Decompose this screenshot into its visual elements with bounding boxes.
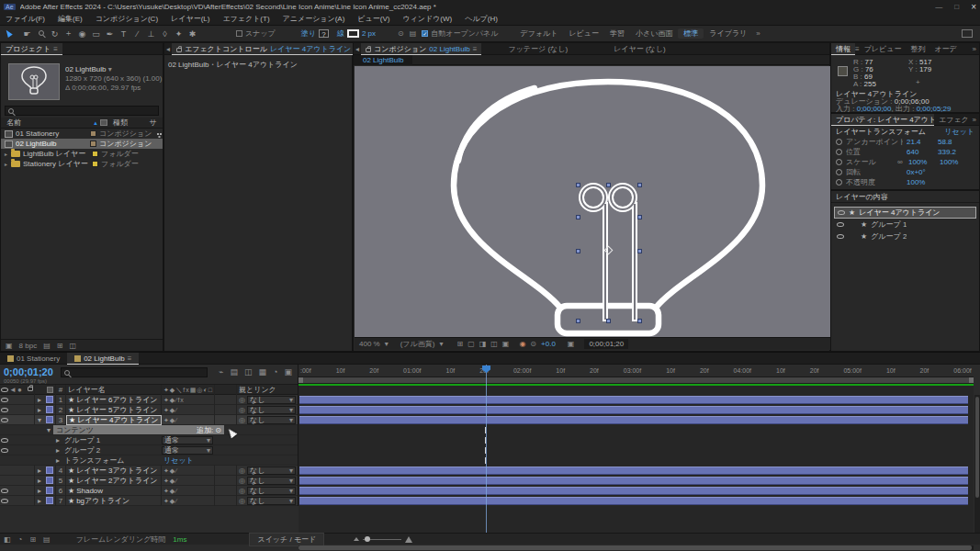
eye-icon[interactable] — [1, 438, 8, 443]
layer-switches[interactable]: ✦◆∕ — [162, 476, 215, 486]
contents-row[interactable]: ★ グループ 2 — [831, 231, 979, 242]
column-size[interactable]: サ — [150, 118, 157, 128]
resolution-dropdown-icon[interactable]: ▾ — [439, 340, 443, 348]
layer-name[interactable]: レイヤー 5アウトライン — [76, 405, 157, 415]
panel-back-icon[interactable]: ◂ — [164, 45, 172, 53]
expander-icon[interactable]: ▾ — [35, 416, 44, 424]
workspace-standard[interactable]: 標準 — [678, 28, 704, 39]
selection-tool[interactable] — [6, 29, 20, 39]
stroke-width[interactable]: 2 px — [362, 29, 376, 38]
label-color-chip[interactable] — [46, 467, 53, 474]
graph-editor-icon[interactable]: ▣ — [284, 367, 292, 377]
label-color-chip[interactable] — [92, 151, 98, 157]
playhead-line[interactable] — [486, 365, 487, 545]
label-color-chip[interactable] — [46, 416, 53, 423]
parent-dropdown[interactable]: なし▾ — [247, 477, 296, 485]
layer-name[interactable]: レイヤー 6アウトライン — [76, 395, 157, 405]
panel-overflow-icon[interactable]: » — [973, 45, 979, 53]
transform-reset-button[interactable]: リセット — [944, 127, 974, 137]
vertex-handle[interactable] — [606, 183, 611, 187]
solo-column-icon[interactable]: ● — [17, 386, 26, 394]
layer-row-selected[interactable]: ▾ 3 ★レイヤー 4アウトライン ✦◆∕ ◎なし▾ — [0, 415, 298, 425]
panel-menu-icon[interactable]: ≡ — [53, 45, 58, 53]
label-color-chip[interactable] — [90, 141, 96, 147]
new-comp-icon[interactable]: ⊞ — [57, 342, 63, 350]
panel-menu-icon[interactable]: ≡ — [128, 354, 132, 363]
stopwatch-icon[interactable] — [836, 139, 842, 145]
comment-icon[interactable]: ⊞ — [29, 535, 36, 544]
puppet-pin-tool[interactable]: ✱ — [186, 29, 199, 39]
parent-dropdown[interactable]: なし▾ — [247, 467, 296, 475]
menu-animation[interactable]: アニメーション(A) — [283, 14, 345, 24]
layer-duration-bar[interactable] — [299, 396, 968, 404]
workspace-small-screen[interactable]: 小さい画面 — [630, 28, 678, 39]
property-label[interactable]: 不透明度 — [846, 177, 903, 187]
layer-row[interactable]: ▸ 1 ★レイヤー 6アウトライン ✦◆∕fx ◎なし▾ — [0, 395, 298, 405]
layer-row[interactable]: ▸ 2 ★レイヤー 5アウトライン ✦◆∕ ◎なし▾ — [0, 405, 298, 415]
layer-name-column[interactable]: レイヤー名 — [66, 385, 162, 395]
property-value[interactable]: 0x+0° — [907, 168, 926, 176]
stopwatch-icon[interactable] — [836, 169, 842, 175]
viewer-subtab[interactable]: 02 LightBulb — [354, 55, 412, 65]
vertex-handle[interactable] — [637, 249, 642, 253]
vertex-handle[interactable] — [637, 183, 642, 187]
vertex-handle[interactable] — [637, 319, 642, 323]
new-folder-icon[interactable]: ▤ — [43, 342, 51, 350]
transform-property-row[interactable]: ▸ トランスフォーム リセット — [0, 455, 298, 466]
label-color-chip[interactable] — [90, 130, 96, 137]
layer-duration-bar[interactable] — [299, 497, 968, 505]
pickwhip-icon[interactable]: ◎ — [239, 416, 245, 424]
tab-info[interactable]: 情報 — [831, 43, 855, 55]
eye-icon[interactable] — [1, 408, 8, 412]
expander-icon[interactable]: ▸ — [35, 467, 44, 475]
eye-icon[interactable] — [1, 398, 8, 402]
tab-effects[interactable]: エフェクト& — [934, 114, 971, 126]
zoom-level[interactable]: 400 % — [359, 340, 380, 348]
layer-switches[interactable]: ✦◆∕ — [162, 496, 215, 506]
tab-effect-controls[interactable]: エフェクトコントロール レイヤー 4アウトライン ≡ — [172, 43, 363, 55]
vertex-handle[interactable] — [576, 215, 580, 219]
switch-mode-button[interactable]: スイッチ / モード — [249, 533, 324, 546]
type-tool[interactable]: T — [117, 29, 130, 39]
layer-duration-bar[interactable] — [299, 477, 968, 485]
tab-layer[interactable]: レイヤー (なし) — [609, 43, 670, 55]
snap-toggle[interactable]: スナップ — [236, 28, 276, 39]
transform-section-label[interactable]: レイヤートランスフォーム — [836, 127, 944, 137]
grid-guides-icon[interactable]: ⊞ — [456, 340, 463, 348]
video-column-icon[interactable] — [1, 388, 8, 392]
pickwhip-icon[interactable]: ◎ — [239, 406, 245, 414]
blend-mode-dropdown[interactable]: 通常▾ — [162, 436, 213, 444]
eye-icon[interactable] — [1, 448, 8, 453]
eye-icon[interactable] — [838, 210, 845, 215]
layer-duration-bar[interactable] — [299, 416, 968, 424]
menu-edit[interactable]: 編集(E) — [58, 14, 83, 24]
group-property-row[interactable]: ▸ グループ 2 通常▾ — [0, 445, 298, 455]
workspace-learn[interactable]: 学習 — [604, 28, 630, 39]
property-value[interactable]: 58.8 — [938, 138, 952, 146]
lock-icon[interactable] — [366, 48, 371, 52]
clone-stamp-tool[interactable]: ⊥ — [144, 29, 158, 39]
tab-project[interactable]: プロジェクト ≡ — [1, 43, 62, 55]
pickwhip-icon[interactable]: ◎ — [239, 497, 245, 505]
panel-overflow-icon[interactable]: » — [973, 116, 979, 124]
timeline-navigator-track[interactable] — [299, 545, 974, 550]
property-value[interactable]: 21.4 — [907, 138, 934, 146]
rotate-tool[interactable]: ↻ — [48, 29, 62, 39]
tab-properties[interactable]: プロパティ: レイヤー 4アウトライン ≡ — [831, 114, 934, 126]
title-safe-icon[interactable]: ▢ — [467, 340, 475, 348]
pickwhip-icon[interactable]: ◎ — [239, 467, 245, 475]
maximize-button[interactable]: □ — [954, 3, 959, 11]
layer-row[interactable]: ▸ 4 ★レイヤー 3アウトライン ✦◆∕ ◎なし▾ — [0, 466, 298, 476]
snap-checkbox[interactable] — [236, 30, 242, 37]
layer-name[interactable]: レイヤー 3アウトライン — [76, 466, 157, 476]
eye-icon[interactable] — [1, 489, 8, 493]
composition-canvas[interactable] — [355, 66, 830, 338]
stroke-swatch[interactable] — [347, 29, 359, 38]
expander-icon[interactable]: ▸ — [5, 151, 8, 157]
camera-tool[interactable]: ◉ — [75, 29, 89, 39]
mask-rect-tool[interactable]: ▭ — [89, 29, 103, 39]
project-row-selected[interactable]: 02 LightBulb コンポジション — [1, 139, 163, 149]
menu-effect[interactable]: エフェクト(T) — [222, 14, 269, 24]
time-ruler[interactable]: :00f 10f 20f 01:00f 10f 20f 02:00f 10f 2… — [299, 365, 974, 377]
property-value[interactable]: 100% — [908, 158, 936, 166]
